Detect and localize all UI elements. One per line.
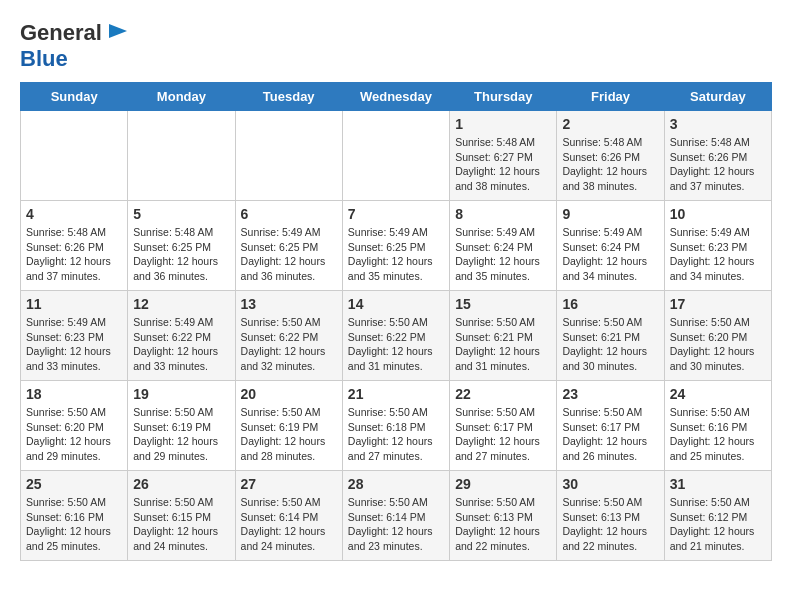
- day-number: 28: [348, 476, 444, 492]
- day-info: Sunrise: 5:49 AM Sunset: 6:24 PM Dayligh…: [562, 225, 658, 284]
- day-info: Sunrise: 5:50 AM Sunset: 6:21 PM Dayligh…: [455, 315, 551, 374]
- calendar-week-row: 25Sunrise: 5:50 AM Sunset: 6:16 PM Dayli…: [21, 471, 772, 561]
- header-tuesday: Tuesday: [235, 83, 342, 111]
- day-info: Sunrise: 5:49 AM Sunset: 6:24 PM Dayligh…: [455, 225, 551, 284]
- logo-blue: Blue: [20, 46, 68, 71]
- calendar-cell: 20Sunrise: 5:50 AM Sunset: 6:19 PM Dayli…: [235, 381, 342, 471]
- day-number: 14: [348, 296, 444, 312]
- calendar-cell: 5Sunrise: 5:48 AM Sunset: 6:25 PM Daylig…: [128, 201, 235, 291]
- calendar-cell: 3Sunrise: 5:48 AM Sunset: 6:26 PM Daylig…: [664, 111, 771, 201]
- day-info: Sunrise: 5:48 AM Sunset: 6:26 PM Dayligh…: [670, 135, 766, 194]
- day-number: 5: [133, 206, 229, 222]
- day-number: 9: [562, 206, 658, 222]
- svg-marker-0: [109, 24, 127, 38]
- day-info: Sunrise: 5:50 AM Sunset: 6:15 PM Dayligh…: [133, 495, 229, 554]
- logo: General Blue: [20, 20, 129, 72]
- calendar-cell: 7Sunrise: 5:49 AM Sunset: 6:25 PM Daylig…: [342, 201, 449, 291]
- day-info: Sunrise: 5:50 AM Sunset: 6:22 PM Dayligh…: [241, 315, 337, 374]
- day-info: Sunrise: 5:49 AM Sunset: 6:25 PM Dayligh…: [241, 225, 337, 284]
- day-number: 27: [241, 476, 337, 492]
- calendar-cell: 4Sunrise: 5:48 AM Sunset: 6:26 PM Daylig…: [21, 201, 128, 291]
- day-number: 1: [455, 116, 551, 132]
- calendar-table: SundayMondayTuesdayWednesdayThursdayFrid…: [20, 82, 772, 561]
- calendar-cell: 25Sunrise: 5:50 AM Sunset: 6:16 PM Dayli…: [21, 471, 128, 561]
- day-number: 16: [562, 296, 658, 312]
- header-monday: Monday: [128, 83, 235, 111]
- calendar-week-row: 4Sunrise: 5:48 AM Sunset: 6:26 PM Daylig…: [21, 201, 772, 291]
- calendar-cell: 16Sunrise: 5:50 AM Sunset: 6:21 PM Dayli…: [557, 291, 664, 381]
- day-info: Sunrise: 5:50 AM Sunset: 6:14 PM Dayligh…: [348, 495, 444, 554]
- day-info: Sunrise: 5:49 AM Sunset: 6:23 PM Dayligh…: [26, 315, 122, 374]
- header-sunday: Sunday: [21, 83, 128, 111]
- day-number: 18: [26, 386, 122, 402]
- calendar-cell: 26Sunrise: 5:50 AM Sunset: 6:15 PM Dayli…: [128, 471, 235, 561]
- day-info: Sunrise: 5:50 AM Sunset: 6:16 PM Dayligh…: [26, 495, 122, 554]
- calendar-cell: 10Sunrise: 5:49 AM Sunset: 6:23 PM Dayli…: [664, 201, 771, 291]
- calendar-cell: 8Sunrise: 5:49 AM Sunset: 6:24 PM Daylig…: [450, 201, 557, 291]
- calendar-cell: [342, 111, 449, 201]
- calendar-cell: 19Sunrise: 5:50 AM Sunset: 6:19 PM Dayli…: [128, 381, 235, 471]
- day-info: Sunrise: 5:50 AM Sunset: 6:12 PM Dayligh…: [670, 495, 766, 554]
- header-friday: Friday: [557, 83, 664, 111]
- calendar-cell: 30Sunrise: 5:50 AM Sunset: 6:13 PM Dayli…: [557, 471, 664, 561]
- logo-general: General: [20, 20, 102, 46]
- day-info: Sunrise: 5:50 AM Sunset: 6:21 PM Dayligh…: [562, 315, 658, 374]
- header: General Blue: [20, 20, 772, 72]
- calendar-cell: 12Sunrise: 5:49 AM Sunset: 6:22 PM Dayli…: [128, 291, 235, 381]
- calendar-week-row: 18Sunrise: 5:50 AM Sunset: 6:20 PM Dayli…: [21, 381, 772, 471]
- calendar-cell: 29Sunrise: 5:50 AM Sunset: 6:13 PM Dayli…: [450, 471, 557, 561]
- day-info: Sunrise: 5:50 AM Sunset: 6:19 PM Dayligh…: [241, 405, 337, 464]
- day-info: Sunrise: 5:50 AM Sunset: 6:13 PM Dayligh…: [562, 495, 658, 554]
- calendar-cell: 28Sunrise: 5:50 AM Sunset: 6:14 PM Dayli…: [342, 471, 449, 561]
- calendar-cell: 23Sunrise: 5:50 AM Sunset: 6:17 PM Dayli…: [557, 381, 664, 471]
- day-number: 29: [455, 476, 551, 492]
- day-info: Sunrise: 5:50 AM Sunset: 6:22 PM Dayligh…: [348, 315, 444, 374]
- day-number: 24: [670, 386, 766, 402]
- day-info: Sunrise: 5:50 AM Sunset: 6:20 PM Dayligh…: [26, 405, 122, 464]
- day-number: 13: [241, 296, 337, 312]
- calendar-cell: 22Sunrise: 5:50 AM Sunset: 6:17 PM Dayli…: [450, 381, 557, 471]
- calendar-cell: [128, 111, 235, 201]
- calendar-cell: 17Sunrise: 5:50 AM Sunset: 6:20 PM Dayli…: [664, 291, 771, 381]
- calendar-cell: 31Sunrise: 5:50 AM Sunset: 6:12 PM Dayli…: [664, 471, 771, 561]
- calendar-cell: [235, 111, 342, 201]
- day-number: 15: [455, 296, 551, 312]
- day-number: 20: [241, 386, 337, 402]
- day-number: 21: [348, 386, 444, 402]
- calendar-cell: 2Sunrise: 5:48 AM Sunset: 6:26 PM Daylig…: [557, 111, 664, 201]
- calendar-cell: 11Sunrise: 5:49 AM Sunset: 6:23 PM Dayli…: [21, 291, 128, 381]
- day-info: Sunrise: 5:48 AM Sunset: 6:27 PM Dayligh…: [455, 135, 551, 194]
- calendar-cell: [21, 111, 128, 201]
- calendar-header-row: SundayMondayTuesdayWednesdayThursdayFrid…: [21, 83, 772, 111]
- day-number: 19: [133, 386, 229, 402]
- day-info: Sunrise: 5:49 AM Sunset: 6:22 PM Dayligh…: [133, 315, 229, 374]
- header-thursday: Thursday: [450, 83, 557, 111]
- calendar-week-row: 11Sunrise: 5:49 AM Sunset: 6:23 PM Dayli…: [21, 291, 772, 381]
- day-number: 31: [670, 476, 766, 492]
- header-saturday: Saturday: [664, 83, 771, 111]
- day-info: Sunrise: 5:50 AM Sunset: 6:16 PM Dayligh…: [670, 405, 766, 464]
- day-number: 7: [348, 206, 444, 222]
- calendar-cell: 24Sunrise: 5:50 AM Sunset: 6:16 PM Dayli…: [664, 381, 771, 471]
- day-number: 22: [455, 386, 551, 402]
- day-info: Sunrise: 5:48 AM Sunset: 6:26 PM Dayligh…: [26, 225, 122, 284]
- day-info: Sunrise: 5:50 AM Sunset: 6:19 PM Dayligh…: [133, 405, 229, 464]
- day-number: 26: [133, 476, 229, 492]
- day-info: Sunrise: 5:50 AM Sunset: 6:14 PM Dayligh…: [241, 495, 337, 554]
- day-number: 23: [562, 386, 658, 402]
- header-wednesday: Wednesday: [342, 83, 449, 111]
- day-number: 8: [455, 206, 551, 222]
- day-number: 3: [670, 116, 766, 132]
- day-number: 2: [562, 116, 658, 132]
- day-number: 6: [241, 206, 337, 222]
- day-info: Sunrise: 5:50 AM Sunset: 6:20 PM Dayligh…: [670, 315, 766, 374]
- day-info: Sunrise: 5:48 AM Sunset: 6:25 PM Dayligh…: [133, 225, 229, 284]
- day-info: Sunrise: 5:50 AM Sunset: 6:13 PM Dayligh…: [455, 495, 551, 554]
- calendar-cell: 18Sunrise: 5:50 AM Sunset: 6:20 PM Dayli…: [21, 381, 128, 471]
- day-number: 25: [26, 476, 122, 492]
- calendar-cell: 6Sunrise: 5:49 AM Sunset: 6:25 PM Daylig…: [235, 201, 342, 291]
- calendar-cell: 9Sunrise: 5:49 AM Sunset: 6:24 PM Daylig…: [557, 201, 664, 291]
- day-number: 4: [26, 206, 122, 222]
- day-number: 12: [133, 296, 229, 312]
- day-info: Sunrise: 5:49 AM Sunset: 6:23 PM Dayligh…: [670, 225, 766, 284]
